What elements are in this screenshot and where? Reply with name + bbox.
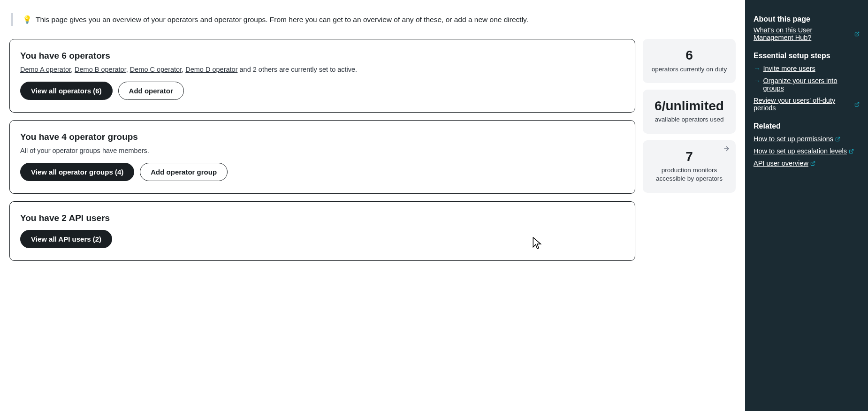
operator-groups-card: You have 4 operator groups All of your o… bbox=[9, 120, 635, 194]
external-link-icon bbox=[849, 149, 854, 154]
operators-card: You have 6 operators Demo A operator, De… bbox=[9, 39, 635, 113]
groups-desc: All of your operator groups have members… bbox=[20, 147, 624, 154]
add-operator-button[interactable]: Add operator bbox=[118, 82, 184, 100]
external-link-icon bbox=[835, 137, 840, 142]
related-permissions-link[interactable]: How to set up permissions bbox=[754, 135, 840, 143]
view-all-operators-button[interactable]: View all operators (6) bbox=[20, 82, 113, 100]
stat-on-duty-label: operators currently on duty bbox=[647, 65, 731, 74]
stat-available-value: 6/unlimited bbox=[647, 98, 731, 114]
arrow-bullet-icon: → bbox=[754, 65, 761, 72]
stat-monitors-value: 7 bbox=[647, 149, 731, 165]
api-heading: You have 2 API users bbox=[20, 213, 624, 223]
svg-line-2 bbox=[857, 102, 859, 105]
stat-monitors-label: production monitors accessible by operat… bbox=[647, 166, 731, 183]
step-organize-link[interactable]: Organize your users into groups bbox=[763, 77, 860, 92]
svg-line-5 bbox=[812, 161, 815, 164]
steps-heading: Essential setup steps bbox=[754, 52, 860, 60]
operator-link-c[interactable]: Demo C operator bbox=[130, 66, 182, 73]
tip-text: This page gives you an overview of your … bbox=[36, 15, 528, 24]
about-heading: About this page bbox=[754, 15, 860, 23]
operators-summary: Demo A operator, Demo B operator, Demo C… bbox=[20, 66, 624, 73]
stat-monitors[interactable]: 7 production monitors accessible by oper… bbox=[643, 140, 736, 193]
arrow-right-icon bbox=[723, 145, 730, 154]
svg-line-3 bbox=[838, 137, 840, 139]
stat-on-duty-value: 6 bbox=[647, 47, 731, 63]
external-link-icon bbox=[854, 102, 860, 107]
operator-link-a[interactable]: Demo A operator bbox=[20, 66, 71, 73]
groups-heading: You have 4 operator groups bbox=[20, 132, 624, 142]
view-all-groups-button[interactable]: View all operator groups (4) bbox=[20, 163, 134, 181]
step-offduty-link[interactable]: Review your users' off-duty periods bbox=[754, 97, 860, 112]
stat-available[interactable]: 6/unlimited available operators used bbox=[643, 90, 736, 134]
operator-link-d[interactable]: Demo D operator bbox=[185, 66, 237, 73]
step-invite-link[interactable]: Invite more users bbox=[763, 65, 815, 72]
api-users-card: You have 2 API users View all API users … bbox=[9, 201, 635, 261]
operator-link-b[interactable]: Demo B operator bbox=[75, 66, 126, 73]
help-sidebar: About this page What's on this User Mana… bbox=[745, 0, 868, 411]
lightbulb-icon: 💡 bbox=[23, 15, 32, 24]
operators-trailing: and 2 others are currently set to active… bbox=[237, 66, 357, 73]
arrow-bullet-icon: → bbox=[754, 77, 761, 84]
svg-line-1 bbox=[857, 32, 859, 34]
stat-available-label: available operators used bbox=[647, 115, 731, 124]
info-tip: 💡 This page gives you an overview of you… bbox=[11, 13, 736, 26]
external-link-icon bbox=[810, 161, 815, 166]
related-heading: Related bbox=[754, 122, 860, 130]
related-api-overview-link[interactable]: API user overview bbox=[754, 160, 815, 167]
operators-heading: You have 6 operators bbox=[20, 51, 624, 61]
about-link[interactable]: What's on this User Management Hub? bbox=[754, 26, 860, 41]
stat-on-duty[interactable]: 6 operators currently on duty bbox=[643, 39, 736, 83]
svg-line-4 bbox=[851, 149, 853, 152]
external-link-icon bbox=[854, 31, 860, 37]
view-all-api-users-button[interactable]: View all API users (2) bbox=[20, 230, 112, 248]
add-group-button[interactable]: Add operator group bbox=[140, 163, 228, 181]
related-escalation-link[interactable]: How to set up escalation levels bbox=[754, 147, 854, 155]
main-content: 💡 This page gives you an overview of you… bbox=[0, 0, 745, 411]
